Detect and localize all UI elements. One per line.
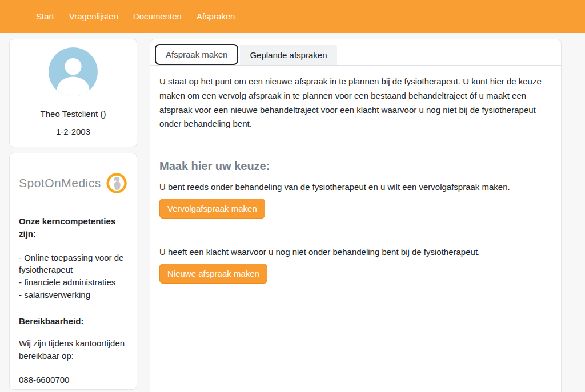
competency-item: - Online toepassing voor de fysiotherape… xyxy=(19,252,127,277)
competency-item: - financiele administraties xyxy=(19,276,127,289)
availability-text: Wij zijn tijdens kantoortijden bereikbaa… xyxy=(19,337,127,362)
nav-item-vragenlijsten[interactable]: Vragenlijsten xyxy=(69,11,118,21)
nav-item-afspraken[interactable]: Afspraken xyxy=(197,11,235,21)
profile-card: Theo Testclient () 1-2-2003 xyxy=(9,39,137,147)
tab-geplande-afspraken[interactable]: Geplande afspraken xyxy=(240,45,336,65)
appointment-panel: Afspraak maken Geplande afspraken U staa… xyxy=(150,39,562,392)
followup-description: U bent reeds onder behandeling van de fy… xyxy=(159,182,552,192)
tab-content: U staat op het punt om een nieuwe afspra… xyxy=(150,66,561,293)
tab-afspraak-maken[interactable]: Afspraak maken xyxy=(155,44,238,65)
availability-heading: Bereikbaarheid: xyxy=(19,315,127,328)
mascot-ring-icon xyxy=(106,168,127,198)
competency-item: - salarisverwerking xyxy=(19,289,127,301)
new-appointment-description: U heeft een klacht waarvoor u nog niet o… xyxy=(159,247,552,257)
person-silhouette-icon xyxy=(49,47,98,96)
new-appointment-button[interactable]: Nieuwe afspraak maken xyxy=(159,264,267,284)
competency-list: - Online toepassing voor de fysiotherape… xyxy=(19,252,127,301)
patient-birthdate: 1-2-2003 xyxy=(56,127,90,136)
tab-bar: Afspraak maken Geplande afspraken xyxy=(150,39,561,66)
nav-item-start[interactable]: Start xyxy=(36,11,54,21)
followup-appointment-button[interactable]: Vervolgafspraak maken xyxy=(159,199,265,219)
patient-name: Theo Testclient () xyxy=(41,109,106,119)
practice-logo: SpotOnMedics xyxy=(19,168,127,198)
practice-info-card: SpotOnMedics Onze kerncompetenties zijn:… xyxy=(9,153,137,390)
nav-item-documenten[interactable]: Documenten xyxy=(133,11,182,21)
phone-number: 088-6600700 xyxy=(19,375,127,385)
intro-paragraph: U staat op het punt om een nieuwe afspra… xyxy=(159,75,552,131)
logo-text: SpotOnMedics xyxy=(19,176,101,190)
top-navbar: Start Vragenlijsten Documenten Afspraken xyxy=(0,0,585,33)
choice-heading: Maak hier uw keuze: xyxy=(159,160,552,173)
competencies-heading: Onze kerncompetenties zijn: xyxy=(19,215,127,240)
page-content: Theo Testclient () 1-2-2003 SpotOnMedics… xyxy=(0,33,585,392)
sidebar: Theo Testclient () 1-2-2003 SpotOnMedics… xyxy=(9,39,137,390)
